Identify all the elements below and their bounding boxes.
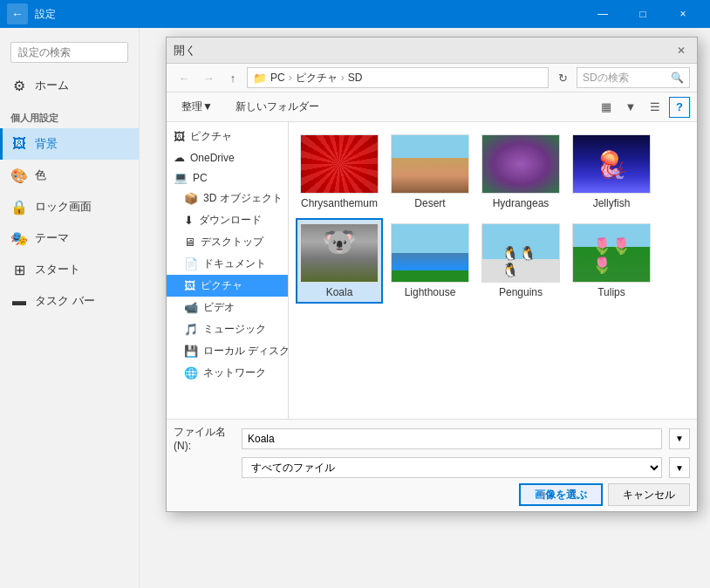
nav-item-network[interactable]: 🌐 ネットワーク — [167, 362, 288, 384]
dialog-body: 🖼 ピクチャ ☁ OneDrive 💻 PC 📦 3D オブジェクト — [167, 122, 697, 419]
nav-item-pictures2[interactable]: 🖼 ピクチャ — [167, 275, 288, 297]
thumb-desert — [391, 134, 469, 194]
address-bar[interactable]: 📁 PC › ピクチャ › SD — [247, 67, 549, 88]
thumb-penguins — [481, 223, 560, 283]
sidebar-item-start[interactable]: ⊞ スタート — [0, 254, 139, 285]
back-nav-button[interactable]: ← — [174, 67, 195, 88]
nav-video-icon: 📹 — [184, 301, 198, 314]
new-folder-button[interactable]: 新しいフォルダー — [228, 96, 327, 118]
organize-button[interactable]: 整理▼ — [174, 96, 221, 118]
nav-documents-icon: 📄 — [184, 257, 198, 270]
dialog-actions: 整理▼ 新しいフォルダー ▦ ▼ ☰ ? — [167, 92, 697, 122]
nav-music-label: ミュージック — [203, 322, 266, 337]
color-icon: 🎨 — [10, 167, 28, 184]
file-item-koala[interactable]: Koala — [296, 218, 383, 304]
sidebar-item-home[interactable]: ⚙ ホーム — [0, 70, 139, 101]
search-icon: 🔍 — [671, 72, 684, 84]
help-button[interactable]: ? — [669, 97, 690, 118]
search-placeholder: SDの検索 — [583, 71, 629, 85]
filetype-dropdown[interactable]: ▼ — [669, 457, 690, 478]
theme-icon: 🎭 — [10, 229, 28, 247]
file-item-desert[interactable]: Desert — [386, 129, 474, 215]
thumb-hydrangeas — [481, 134, 560, 194]
refresh-button[interactable]: ↻ — [552, 67, 573, 88]
file-item-hydrangeas[interactable]: Hydrangeas — [477, 129, 564, 215]
thumb-chrysanthemum — [300, 134, 379, 194]
open-button[interactable]: 画像を選ぶ — [519, 483, 603, 506]
close-button[interactable]: × — [663, 0, 703, 28]
sidebar-item-taskbar[interactable]: ▬ タスク バー — [0, 285, 139, 317]
address-pictures: ピクチャ — [296, 71, 338, 85]
nav-documents-label: ドキュメント — [203, 256, 266, 271]
search-box[interactable]: SDの検索 🔍 — [577, 67, 690, 88]
address-pc: PC — [270, 72, 285, 84]
nav-localdisk-label: ローカル ディスク (C — [203, 344, 289, 359]
nav-item-music[interactable]: 🎵 ミュージック — [167, 318, 288, 340]
sidebar-color-label: 色 — [35, 168, 46, 183]
nav-item-pc[interactable]: 💻 PC — [167, 168, 288, 188]
up-nav-button[interactable]: ↑ — [222, 67, 243, 88]
view-list-button[interactable]: ▦ — [596, 97, 617, 118]
file-item-penguins[interactable]: Penguins — [477, 218, 564, 304]
back-button[interactable]: ← — [7, 3, 28, 24]
nav-item-downloads[interactable]: ⬇ ダウンロード — [167, 209, 288, 231]
nav-pictures-label: ピクチャ — [190, 129, 232, 144]
dialog-close-button[interactable]: ✕ — [672, 42, 690, 59]
background-icon: 🖼 — [10, 135, 28, 153]
file-label-koala: Koala — [326, 286, 353, 298]
nav-downloads-label: ダウンロード — [199, 213, 262, 228]
maximize-button[interactable]: □ — [623, 0, 663, 28]
nav-item-onedrive[interactable]: ☁ OneDrive — [167, 147, 288, 168]
minimize-button[interactable]: — — [583, 0, 623, 28]
dialog-toolbar: ← → ↑ 📁 PC › ピクチャ › SD ↻ SDの検索 🔍 — [167, 64, 697, 92]
nav-item-desktop[interactable]: 🖥 デスクトップ — [167, 231, 288, 253]
thumb-tulips — [572, 223, 651, 283]
lock-icon: 🔒 — [10, 198, 28, 215]
nav-item-video[interactable]: 📹 ビデオ — [167, 297, 288, 318]
sidebar-item-theme[interactable]: 🎭 テーマ — [0, 222, 139, 254]
nav-item-localdisk[interactable]: 💾 ローカル ディスク (C — [167, 340, 288, 362]
filetype-select[interactable]: すべてのファイル — [242, 457, 662, 478]
nav-downloads-icon: ⬇ — [184, 214, 194, 227]
thumb-lighthouse — [391, 223, 469, 283]
forward-nav-button[interactable]: → — [198, 67, 219, 88]
file-dialog: 開く ✕ ← → ↑ 📁 PC › ピクチャ › SD ↻ SDの検索 — [166, 37, 698, 512]
thumb-jellyfish — [572, 134, 651, 194]
nav-desktop-label: デスクトップ — [201, 235, 263, 250]
file-item-jellyfish[interactable]: Jellyfish — [568, 129, 655, 215]
file-label-lighthouse: Lighthouse — [405, 286, 456, 298]
sidebar-item-lockscreen[interactable]: 🔒 ロック画面 — [0, 191, 139, 222]
nav-item-3d[interactable]: 📦 3D オブジェクト — [167, 188, 288, 209]
nav-network-icon: 🌐 — [184, 366, 198, 379]
search-input[interactable] — [10, 42, 128, 63]
cancel-button[interactable]: キャンセル — [608, 483, 690, 506]
main-layout: ⚙ ホーム 個人用設定 🖼 背景 🎨 色 🔒 ロック画面 🎭 テーマ ⊞ スター… — [0, 28, 710, 588]
file-label-chrysanthemum: Chrysanthemum — [301, 197, 378, 209]
file-item-tulips[interactable]: Tulips — [568, 218, 655, 304]
file-label-jellyfish: Jellyfish — [593, 197, 631, 209]
filename-dropdown[interactable]: ▼ — [669, 428, 690, 449]
nav-onedrive-icon: ☁ — [174, 151, 185, 164]
dialog-footer: ファイル名(N): ▼ すべてのファイル ▼ 画像を選ぶ キャンセル — [167, 419, 697, 511]
nav-video-label: ビデオ — [203, 300, 235, 315]
sidebar-theme-label: テーマ — [35, 230, 69, 246]
nav-item-documents[interactable]: 📄 ドキュメント — [167, 253, 288, 275]
nav-item-pictures[interactable]: 🖼 ピクチャ — [167, 126, 288, 147]
sidebar-item-background[interactable]: 🖼 背景 — [0, 128, 139, 160]
title-bar-title: 設定 — [35, 7, 56, 22]
file-label-tulips: Tulips — [597, 286, 625, 298]
file-item-chrysanthemum[interactable]: Chrysanthemum — [296, 129, 383, 215]
sidebar-home-label: ホーム — [35, 78, 69, 93]
nav-pictures2-label: ピクチャ — [201, 278, 242, 293]
filename-input[interactable] — [242, 428, 662, 449]
sidebar-taskbar-label: タスク バー — [35, 293, 95, 309]
sidebar-item-color[interactable]: 🎨 色 — [0, 160, 139, 191]
home-icon: ⚙ — [10, 77, 28, 94]
nav-onedrive-label: OneDrive — [190, 152, 235, 164]
view-details-button[interactable]: ☰ — [645, 97, 666, 118]
files-pane: Chrysanthemum Desert Hydrangeas — [289, 122, 697, 419]
view-toggle-button[interactable]: ▼ — [620, 97, 641, 118]
title-bar: ← 設定 — □ × — [0, 0, 710, 28]
sidebar: ⚙ ホーム 個人用設定 🖼 背景 🎨 色 🔒 ロック画面 🎭 テーマ ⊞ スター… — [0, 28, 140, 588]
file-item-lighthouse[interactable]: Lighthouse — [386, 218, 474, 304]
